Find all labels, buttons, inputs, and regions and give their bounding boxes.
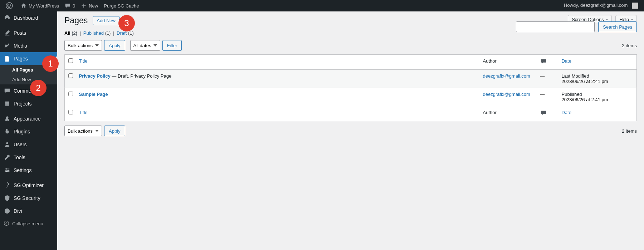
home-icon [21,3,26,9]
sidebar-item-media[interactable]: Media [0,39,57,52]
site-name-link[interactable]: My WordPress [18,0,62,11]
pages-icon [4,55,11,62]
main-content: Screen Options Help Pages Add New All (2… [57,11,644,250]
sg-optimizer-icon [4,182,11,189]
collapse-icon [4,220,9,227]
sidebar-item-tools[interactable]: Tools [0,151,57,164]
sidebar-item-label: SG Optimizer [14,182,44,188]
submenu-item-add-new[interactable]: Add New [0,75,57,84]
bulk-apply-top[interactable]: Apply [104,40,125,51]
row-title-link[interactable]: Sample Page [79,92,108,97]
row-date-status: Last Modified [562,73,633,79]
howdy-prefix: Howdy, [564,3,580,8]
toolbar-new[interactable]: New [78,0,101,11]
admin-toolbar: My WordPress 0 New Purge SG Cache Howdy,… [0,0,644,11]
page-title: Pages [64,16,93,25]
column-author: Author [483,58,497,64]
add-new-page-button[interactable]: Add New [93,16,119,25]
filter-button[interactable]: Filter [162,40,182,51]
tablenav-bottom: Bulk actions Apply 2 items [64,126,637,136]
bulk-actions-select-top[interactable]: Bulk actions [64,40,102,51]
select-all-top[interactable] [68,58,73,63]
svg-point-9 [5,209,10,214]
howdy-account[interactable]: Howdy, deezgrafix@gmail.com [561,3,641,9]
sidebar-item-projects[interactable]: Projects [0,97,57,110]
bulk-apply-bottom[interactable]: Apply [104,126,125,136]
svg-point-0 [6,3,13,9]
row-comments: — [540,92,545,97]
comment-icon [65,3,70,9]
toolbar-purge-label: Purge SG Cache [104,3,139,9]
wordpress-icon [6,2,13,9]
svg-point-6 [6,168,7,170]
row-comments: — [540,73,545,79]
toolbar-comments[interactable]: 0 [62,0,78,11]
howdy-user: deezgrafix@gmail.com [580,3,628,8]
sidebar-item-settings[interactable]: Settings [0,164,57,177]
sidebar-item-dashboard[interactable]: Dashboard [0,11,57,24]
bulk-actions-select-bottom[interactable]: Bulk actions [64,126,102,136]
svg-point-1 [8,44,9,45]
plugins-icon [4,128,11,135]
sidebar-item-plugins[interactable]: Plugins [0,125,57,138]
column-date-sort[interactable]: Date [562,58,571,64]
comments-icon [4,87,11,94]
filter-published[interactable]: Published (1) [83,30,111,36]
wp-logo[interactable] [3,0,18,11]
sidebar-item-posts[interactable]: Posts [0,26,57,39]
column-date-sort-bottom[interactable]: Date [562,110,571,115]
sidebar-item-sg-security[interactable]: SG Security [0,192,57,205]
media-icon [4,42,11,49]
select-all-bottom[interactable] [68,110,73,114]
table-row: Sample Pagedeezgrafix@gmail.com—Publishe… [65,88,637,106]
filter-all[interactable]: All (2) [64,30,77,36]
search-submit-button[interactable]: Search Pages [598,21,637,32]
row-date-value: 2023/06/26 at 2:41 pm [562,79,633,84]
row-date-status: Published [562,92,633,97]
settings-icon [4,167,11,174]
tablenav-top: Bulk actions Apply All dates Filter 2 it… [64,40,637,51]
row-author-link[interactable]: deezgrafix@gmail.com [483,73,530,79]
appearance-icon [4,115,11,122]
column-title-sort[interactable]: Title [79,58,88,64]
admin-sidebar: DashboardPostsMediaPagesAll PagesAdd New… [0,11,57,250]
row-title-link[interactable]: Privacy Policy [79,73,111,79]
sidebar-item-sg-optimizer[interactable]: SG Optimizer [0,179,57,192]
sidebar-item-label: Posts [14,30,26,36]
site-name: My WordPress [29,3,59,9]
sidebar-item-comments[interactable]: Comments [0,84,57,97]
comments-column-icon-bottom [540,112,547,117]
plus-icon [81,3,87,9]
collapse-menu-label: Collapse menu [12,221,43,226]
users-icon [4,141,11,148]
collapse-menu[interactable]: Collapse menu [0,217,57,230]
column-title-sort-bottom[interactable]: Title [79,110,88,115]
sidebar-item-divi[interactable]: Divi [0,205,57,217]
row-state: — Draft, Privacy Policy Page [111,73,172,79]
sidebar-item-appearance[interactable]: Appearance [0,112,57,125]
row-select[interactable] [68,92,73,96]
svg-point-8 [6,171,8,172]
items-count-top: 2 items [622,43,637,48]
sidebar-item-label: Appearance [14,116,41,122]
date-filter-select[interactable]: All dates [130,40,160,51]
divi-icon [4,207,11,215]
annotation-2: 2 [30,80,47,96]
toolbar-purge-cache[interactable]: Purge SG Cache [101,0,142,11]
toolbar-new-label: New [89,3,98,9]
search-input[interactable] [516,21,595,32]
sidebar-item-label: Plugins [14,129,30,134]
sidebar-item-users[interactable]: Users [0,138,57,151]
dashboard-icon [4,14,11,21]
row-select[interactable] [68,73,73,78]
comments-column-icon [540,60,547,66]
sidebar-item-label: Settings [14,167,32,173]
sidebar-item-label: SG Security [14,195,40,201]
svg-point-2 [6,142,8,144]
items-count-bottom: 2 items [622,128,637,134]
search-box: Search Pages [516,21,637,32]
row-author-link[interactable]: deezgrafix@gmail.com [483,92,530,97]
annotation-3: 3 [118,15,135,31]
svg-point-10 [4,221,9,226]
sg-security-icon [4,195,11,202]
